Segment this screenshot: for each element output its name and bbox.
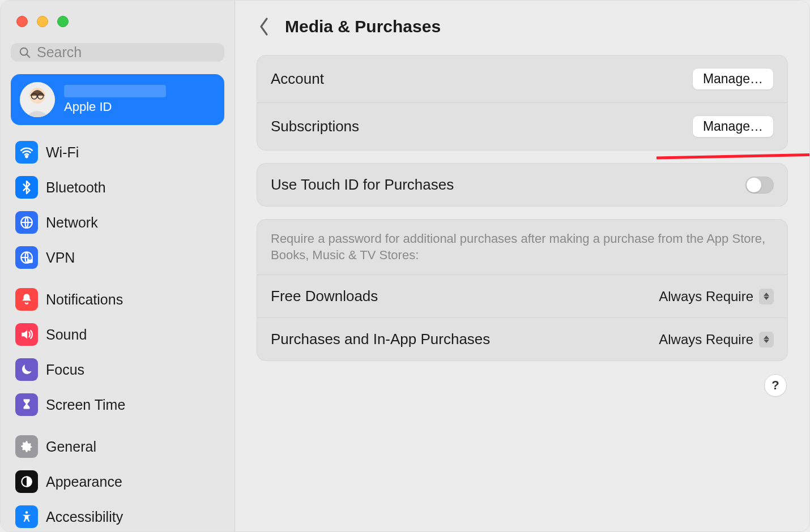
- row-label: Free Downloads: [271, 288, 378, 305]
- svg-point-7: [25, 156, 27, 157]
- vpn-icon: [15, 246, 38, 269]
- sidebar-item-bluetooth[interactable]: Bluetooth: [11, 173, 224, 202]
- manage-account-button[interactable]: Manage…: [692, 68, 774, 90]
- sidebar-item-network[interactable]: Network: [11, 208, 224, 237]
- purchases-select[interactable]: Always Require: [659, 332, 774, 347]
- maximize-window-button[interactable]: [57, 16, 69, 27]
- sidebar-item-label: Screen Time: [46, 397, 125, 413]
- sidebar-item-label: Accessibility: [46, 509, 123, 525]
- moon-icon: [15, 358, 38, 381]
- user-name-redacted: [64, 85, 166, 97]
- row-free-downloads: Free Downloads Always Require: [257, 275, 787, 318]
- sidebar-item-label: Wi-Fi: [46, 144, 79, 161]
- sidebar-item-label: Sound: [46, 327, 87, 343]
- sidebar-item-label: Appearance: [46, 474, 122, 490]
- free-downloads-select[interactable]: Always Require: [659, 289, 774, 304]
- search-icon: [19, 46, 31, 59]
- user-subtitle: Apple ID: [64, 100, 166, 114]
- sidebar-item-sound[interactable]: Sound: [11, 320, 224, 349]
- manage-subscriptions-button[interactable]: Manage…: [692, 115, 774, 138]
- globe-icon: [15, 211, 38, 234]
- select-value: Always Require: [659, 332, 753, 347]
- help-button[interactable]: ?: [764, 374, 787, 397]
- row-label: Account: [271, 70, 324, 88]
- sidebar-item-label: Network: [46, 214, 98, 231]
- bell-icon: [15, 288, 38, 311]
- touch-id-toggle[interactable]: [745, 177, 774, 194]
- account-card: Account Manage… Subscriptions Manage…: [257, 55, 788, 151]
- svg-line-1: [27, 54, 29, 57]
- row-label: Purchases and In-App Purchases: [271, 331, 490, 348]
- row-subscriptions: Subscriptions Manage…: [257, 102, 787, 150]
- sidebar-group-network: Wi-Fi Bluetooth Network: [11, 138, 224, 272]
- gear-icon: [15, 435, 38, 458]
- sidebar-item-label: VPN: [46, 250, 75, 266]
- wifi-icon: [15, 141, 38, 164]
- sidebar-item-general[interactable]: General: [11, 432, 224, 461]
- appearance-icon: [15, 470, 38, 493]
- content-pane: Media & Purchases Account Manage… Subscr…: [235, 1, 809, 531]
- sidebar-item-apple-id[interactable]: Apple ID: [11, 74, 224, 125]
- speaker-icon: [15, 323, 38, 346]
- row-touch-id: Use Touch ID for Purchases: [257, 164, 787, 206]
- stepper-icon: [759, 289, 774, 304]
- window-traffic-lights: [11, 1, 224, 43]
- search-input[interactable]: [37, 44, 216, 61]
- touch-id-card: Use Touch ID for Purchases: [257, 163, 788, 207]
- stepper-icon: [759, 332, 774, 347]
- sidebar-item-vpn[interactable]: VPN: [11, 243, 224, 272]
- accessibility-icon: [15, 505, 38, 528]
- sidebar: Apple ID Wi-Fi Bluetooth: [1, 1, 235, 531]
- password-card: Require a password for additional purcha…: [257, 219, 788, 361]
- sidebar-item-wifi[interactable]: Wi-Fi: [11, 138, 224, 167]
- back-button[interactable]: [257, 16, 272, 37]
- password-description: Require a password for additional purcha…: [257, 220, 787, 275]
- sidebar-group-general: General Appearance Accessibility: [11, 432, 224, 531]
- sidebar-item-focus[interactable]: Focus: [11, 355, 224, 384]
- sidebar-item-accessibility[interactable]: Accessibility: [11, 502, 224, 531]
- content-header: Media & Purchases: [235, 1, 809, 44]
- minimize-window-button[interactable]: [37, 16, 48, 27]
- avatar: [20, 82, 55, 117]
- sidebar-item-appearance[interactable]: Appearance: [11, 467, 224, 496]
- row-label: Subscriptions: [271, 118, 359, 135]
- select-value: Always Require: [659, 289, 753, 304]
- sidebar-item-label: Focus: [46, 362, 84, 378]
- row-label: Use Touch ID for Purchases: [271, 176, 454, 194]
- sidebar-item-screen-time[interactable]: Screen Time: [11, 390, 224, 419]
- close-window-button[interactable]: [16, 16, 28, 27]
- bluetooth-icon: [15, 176, 38, 199]
- sidebar-item-label: General: [46, 439, 96, 455]
- page-title: Media & Purchases: [285, 17, 441, 36]
- hourglass-icon: [15, 393, 38, 416]
- svg-point-13: [25, 511, 28, 513]
- sidebar-item-label: Notifications: [46, 291, 123, 308]
- row-account: Account Manage…: [257, 55, 787, 102]
- row-purchases: Purchases and In-App Purchases Always Re…: [257, 318, 787, 361]
- sidebar-item-notifications[interactable]: Notifications: [11, 285, 224, 314]
- sidebar-group-system: Notifications Sound Focus Screen Time: [11, 285, 224, 419]
- sidebar-search[interactable]: [11, 43, 224, 62]
- sidebar-item-label: Bluetooth: [46, 179, 106, 196]
